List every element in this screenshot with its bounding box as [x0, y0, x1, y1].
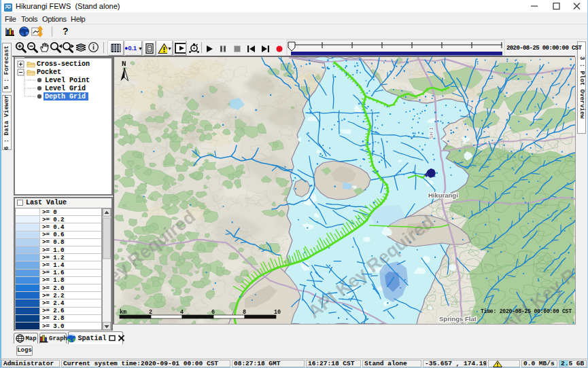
svg-text:SH 1: SH 1	[428, 127, 434, 139]
svg-text:Time: 2020-08-25 00:00:00 CST: Time: 2020-08-25 00:00:00 CST	[481, 308, 572, 314]
svg-text:N: N	[122, 60, 126, 68]
svg-text:8: 8	[243, 309, 246, 316]
svg-text:2: 2	[149, 309, 152, 316]
svg-text:4: 4	[180, 309, 184, 316]
svg-text:km: km	[120, 309, 126, 316]
svg-text:Springs Flat: Springs Flat	[439, 315, 477, 323]
svg-text:Hikurangi: Hikurangi	[428, 191, 458, 199]
svg-text:6: 6	[211, 309, 215, 316]
svg-text:10: 10	[274, 309, 281, 316]
